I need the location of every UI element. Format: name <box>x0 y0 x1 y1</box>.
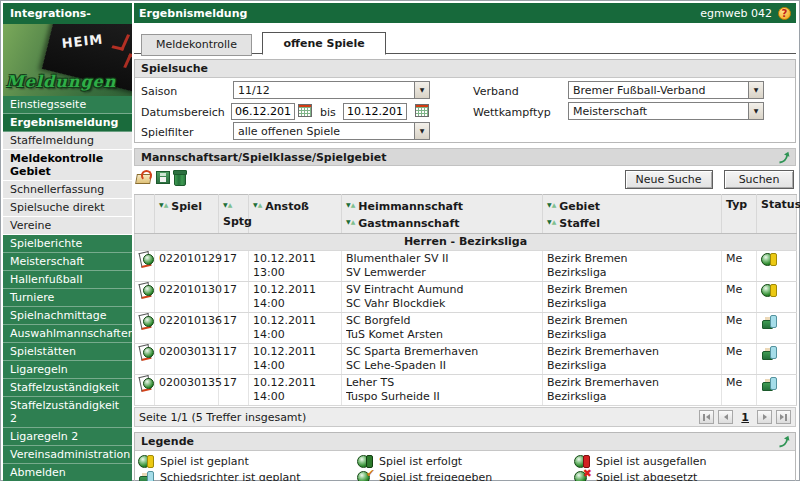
status-icon <box>761 252 778 266</box>
app-window: Integrations-System HEIM Meldungen Einst… <box>0 0 800 481</box>
spiel-nr: 020030131 <box>155 344 219 375</box>
banner-meldungen-text: Meldungen <box>6 72 116 91</box>
sidebar-item-auswahlmannschaften[interactable]: Auswahlmannschaften <box>3 325 132 343</box>
gebiet-column-header: Gebiet Staffel <box>543 195 722 234</box>
collapse-arrow-icon[interactable] <box>778 151 791 167</box>
typ: Me <box>722 313 757 344</box>
table-row: 022010136 17 10.12.2011 14:00 SC Borgfel… <box>135 313 797 344</box>
scoreboard-heim-text: HEIM <box>61 32 104 51</box>
status-column-header: Status <box>757 195 797 234</box>
spiel-column-header: Spiel <box>155 195 219 234</box>
anstoss: 10.12.2011 14:00 <box>249 282 342 313</box>
sidebar-banner-image: HEIM Meldungen <box>3 24 132 96</box>
tab-bar: Meldekontrolle offene Spiele <box>134 31 796 54</box>
sidebar-item-schnellerfassung[interactable]: Schnellerfassung <box>3 181 132 199</box>
legend-item: Schiedsrichter ist geplant <box>138 470 357 481</box>
sidebar-item-staffelmeldung[interactable]: Staffelmeldung <box>3 132 132 150</box>
pagination-summary: Seite 1/1 (5 Treffer insgesamt) <box>139 411 306 424</box>
suchen-button[interactable]: Suchen <box>724 170 794 189</box>
anstoss-column-header: Anstoß <box>249 195 342 234</box>
save-search-icon[interactable] <box>156 171 170 184</box>
typ: Me <box>722 282 757 313</box>
prev-page-button[interactable] <box>718 410 733 424</box>
sidebar-item-staffelzustaendigkeit[interactable]: Staffelzuständigkeit <box>3 379 132 397</box>
sidebar-item-turniere[interactable]: Turniere <box>3 289 132 307</box>
spielfilter-select[interactable]: alle offenen Spiele <box>233 122 430 140</box>
datum-von-input[interactable] <box>231 103 295 120</box>
sort-icon[interactable] <box>223 197 232 214</box>
saison-select[interactable]: 11/12 <box>233 81 430 99</box>
spielbericht-icon[interactable] <box>139 314 155 329</box>
help-icon[interactable]: ? <box>778 7 791 20</box>
delete-search-icon[interactable] <box>173 170 186 185</box>
legend-title: Legende <box>141 435 194 448</box>
sort-icon[interactable] <box>547 197 556 214</box>
tab-meldekontrolle[interactable]: Meldekontrolle <box>141 34 252 56</box>
staffel: Bezirksliga <box>547 297 717 311</box>
calendar-icon[interactable] <box>298 104 312 117</box>
sidebar-item-spielnachmittage[interactable]: Spielnachmittage <box>3 307 132 325</box>
section-title: Mannschaftsart/Spielklasse/Spielgebiet <box>141 151 386 164</box>
spielbericht-icon[interactable] <box>139 345 155 360</box>
neue-suche-button[interactable]: Neue Suche <box>625 170 713 189</box>
gebiet: Bezirk Bremen <box>547 252 717 266</box>
sidebar-item-meldekontrolle-gebiet[interactable]: Meldekontrolle Gebiet <box>3 150 132 181</box>
gebiet: Bezirk Bremen <box>547 283 717 297</box>
anstoss: 10.12.2011 14:00 <box>249 313 342 344</box>
typ: Me <box>722 375 757 406</box>
datumsbereich-label: Datumsbereich <box>141 106 225 119</box>
gebiet: Bezirk Bremerhaven <box>547 376 717 390</box>
sort-icon[interactable] <box>346 214 355 231</box>
spielbericht-icon[interactable] <box>139 252 155 267</box>
spielbericht-icon[interactable] <box>139 283 155 298</box>
next-page-button[interactable] <box>757 410 772 424</box>
collapse-arrow-icon[interactable] <box>778 435 791 451</box>
sidebar-item-meisterschaft[interactable]: Meisterschaft <box>3 253 132 271</box>
open-search-icon[interactable] <box>136 170 153 185</box>
sort-icon[interactable] <box>547 214 556 231</box>
chevron-down-icon[interactable] <box>414 82 429 98</box>
verband-value: Bremer Fußball-Verband <box>569 82 763 97</box>
sidebar-item-staffelzustaendigkeit-2[interactable]: Staffelzuständigkeit 2 <box>3 397 132 428</box>
sidebar-item-hallenfussball[interactable]: Hallenfußball <box>3 271 132 289</box>
gebiet: Bezirk Bremerhaven <box>547 345 717 359</box>
sort-icon[interactable] <box>159 197 168 214</box>
sidebar-item-ligaregeln-2[interactable]: Ligaregeln 2 <box>3 428 132 446</box>
saison-label: Saison <box>141 85 177 98</box>
staffel: Bezirksliga <box>547 390 717 404</box>
chevron-down-icon[interactable] <box>748 82 763 98</box>
sidebar-item-einstiegsseite[interactable]: Einstiegsseite <box>3 96 132 114</box>
sidebar-item-ergebnismeldung[interactable]: Ergebnismeldung <box>3 114 132 132</box>
legend-item: Spiel ist erfolgt <box>357 454 574 468</box>
staffel: Bezirksliga <box>547 359 717 373</box>
tab-offene-spiele[interactable]: offene Spiele <box>262 32 385 55</box>
sidebar-item-spielberichte[interactable]: Spielberichte <box>3 235 132 253</box>
wettkampftyp-select[interactable]: Meisterschaft <box>568 102 764 120</box>
spiel-erfolgt-icon <box>357 454 374 468</box>
sidebar-item-ligaregeln[interactable]: Ligaregeln <box>3 361 132 379</box>
sidebar-item-vereinsadministration[interactable]: Vereinsadministration <box>3 446 132 464</box>
page-number[interactable]: 1 <box>741 411 749 424</box>
chevron-down-icon[interactable] <box>414 123 429 139</box>
calendar-icon[interactable] <box>415 104 429 117</box>
verband-select[interactable]: Bremer Fußball-Verband <box>568 81 764 99</box>
wettkampftyp-label: Wettkampftyp <box>473 106 551 119</box>
sidebar-item-spielstaetten[interactable]: Spielstätten <box>3 343 132 361</box>
sidebar-item-vereine[interactable]: Vereine <box>3 217 132 235</box>
sidebar-item-abmelden[interactable]: Abmelden <box>3 464 132 481</box>
sort-icon[interactable] <box>346 197 355 214</box>
spielbericht-icon[interactable] <box>139 376 155 391</box>
sptg: 17 <box>219 251 249 282</box>
staffel: Bezirksliga <box>547 328 717 342</box>
last-page-button[interactable] <box>776 410 791 424</box>
gast-team: TuS Komet Arsten <box>346 328 538 342</box>
sidebar-item-spielsuche-direkt[interactable]: Spielsuche direkt <box>3 199 132 217</box>
datum-bis-input[interactable] <box>343 103 407 120</box>
first-page-button[interactable] <box>699 410 714 424</box>
gebiet: Bezirk Bremen <box>547 314 717 328</box>
spiel-nr: 022010129 <box>155 251 219 282</box>
chevron-down-icon[interactable] <box>748 103 763 119</box>
sort-icon[interactable] <box>253 197 262 214</box>
legend-panel: Legende Spiel ist geplant Spiel ist erfo… <box>134 432 796 481</box>
saison-value: 11/12 <box>234 82 429 97</box>
